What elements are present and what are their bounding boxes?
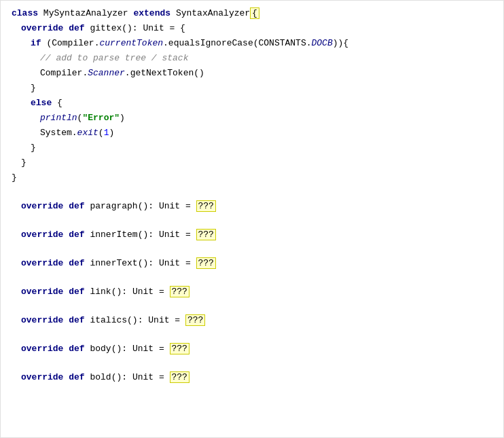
code-editor: class MySyntazAnalyzer extends SyntaxAna… (0, 0, 504, 438)
code-line-body: override def body(): Unit = ??? (1, 342, 503, 357)
code-line-12: } (1, 170, 503, 185)
keyword-override-2: override (21, 201, 63, 211)
keyword-def-8: def (69, 372, 84, 382)
line-text-bold: override def bold(): Unit = ??? (5, 371, 503, 384)
keyword-override-7: override (21, 344, 63, 354)
line-text-2: override def gittex(): Unit = { (5, 22, 503, 35)
italic-docb: DOCB (312, 38, 333, 48)
code-line-link: override def link(): Unit = ??? (1, 285, 503, 299)
type-unit-4: Unit (159, 258, 180, 268)
line-text-7: else { (5, 96, 503, 110)
code-line-6: } (1, 81, 503, 96)
code-line-empty-6 (1, 328, 503, 342)
type-unit-5: Unit (132, 287, 154, 297)
code-line-8: println("Error") (1, 111, 503, 126)
keyword-override-4: override (21, 258, 63, 268)
code-line-bold: override def bold(): Unit = ??? (1, 370, 503, 385)
method-body: body (90, 344, 111, 354)
line-text-3: if (Compiler.currentToken.equalsIgnoreCa… (5, 37, 503, 50)
italic-println: println (40, 113, 77, 123)
placeholder-link: ??? (170, 286, 190, 297)
keyword-override-5: override (21, 287, 63, 297)
code-line-italics: override def italics(): Unit = ??? (1, 313, 503, 328)
keyword-def-1: def (69, 23, 84, 33)
line-text-inneritem: override def innerItem(): Unit = ??? (5, 228, 503, 242)
code-line-empty-4 (1, 271, 503, 285)
keyword-def-2: def (69, 201, 84, 211)
italic-exit: exit (77, 128, 98, 138)
method-link: link (90, 287, 111, 297)
line-text-paragraph: override def paragraph(): Unit = ??? (5, 200, 503, 213)
placeholder-bold: ??? (170, 371, 190, 383)
line-text-link: override def link(): Unit = ??? (5, 285, 503, 299)
code-line-empty-1 (1, 185, 503, 199)
placeholder-body: ??? (170, 343, 190, 354)
keyword-def-7: def (69, 344, 84, 354)
keyword-class: class (12, 8, 38, 18)
line-text-6: } (5, 81, 503, 95)
keyword-override-3: override (21, 230, 63, 240)
code-line-innertext: override def innerText(): Unit = ??? (1, 256, 503, 271)
keyword-override-8: override (21, 372, 63, 382)
keyword-def-6: def (69, 315, 84, 325)
line-text-body: override def body(): Unit = ??? (5, 342, 503, 356)
line-empty-content-7 (5, 357, 503, 371)
type-unit-8: Unit (132, 372, 154, 382)
placeholder-italics: ??? (185, 314, 205, 326)
placeholder-inneritem: ??? (196, 229, 216, 240)
keyword-override-1: override (21, 23, 63, 33)
code-line-paragraph: override def paragraph(): Unit = ??? (1, 199, 503, 214)
keyword-def-4: def (69, 258, 84, 268)
code-line-5: Compiler.Scanner.getNextToken() (1, 66, 503, 81)
type-unit-3: Unit (159, 230, 180, 240)
line-text-11: } (5, 156, 503, 170)
keyword-else: else (31, 98, 52, 108)
line-text-italics: override def italics(): Unit = ??? (5, 314, 503, 327)
code-line-11: } (1, 156, 503, 170)
keyword-if: if (31, 38, 41, 48)
line-text-1: class MySyntazAnalyzer extends SyntaxAna… (5, 7, 503, 20)
line-text-innertext: override def innerText(): Unit = ??? (5, 257, 503, 270)
code-line-empty-3 (1, 242, 503, 256)
italic-scanner: Scanner (88, 68, 125, 78)
line-empty-content-4 (5, 272, 503, 285)
line-empty-content-1 (5, 186, 503, 200)
code-line-10: } (1, 141, 503, 156)
method-gittex: gittex (90, 23, 122, 33)
keyword-def-5: def (69, 287, 84, 297)
code-line-2: override def gittex(): Unit = { (1, 21, 503, 36)
type-unit-2: Unit (159, 201, 180, 211)
keyword-def-3: def (69, 230, 84, 240)
type-unit-1: Unit (143, 23, 164, 33)
line-text-12: } (5, 171, 503, 185)
placeholder-paragraph: ??? (196, 200, 216, 212)
line-text-10: } (5, 141, 503, 155)
code-line-empty-7 (1, 357, 503, 370)
code-line-3: if (Compiler.currentToken.equalsIgnoreCa… (1, 36, 503, 51)
line-empty-content-3 (5, 243, 503, 257)
line-text-4: // add to parse tree / stack (5, 52, 503, 65)
line-text-5: Compiler.Scanner.getNextToken() (5, 67, 503, 80)
method-paragraph: paragraph (90, 201, 137, 211)
comment-add-parse-tree: // add to parse tree / stack (40, 53, 188, 63)
method-italics: italics (90, 315, 127, 325)
method-bold: bold (90, 372, 111, 382)
classname-mysyntazanalyzer: MySyntazAnalyzer (43, 8, 128, 18)
placeholder-innertext: ??? (196, 257, 216, 269)
line-empty-content-6 (5, 329, 503, 342)
method-innertext: innerText (90, 258, 137, 268)
line-empty-content-5 (5, 300, 503, 314)
string-error: "Error" (82, 113, 120, 123)
code-line-empty-2 (1, 214, 503, 227)
line-text-9: System.exit(1) (5, 126, 503, 140)
line-empty-content-2 (5, 215, 503, 228)
code-line-1: class MySyntazAnalyzer extends SyntaxAna… (1, 6, 503, 21)
keyword-extends: extends (133, 8, 170, 18)
code-line-inneritem: override def innerItem(): Unit = ??? (1, 227, 503, 242)
code-line-9: System.exit(1) (1, 126, 503, 141)
code-line-7: else { (1, 96, 503, 111)
code-line-empty-5 (1, 299, 503, 313)
type-unit-6: Unit (148, 315, 169, 325)
code-line-4: // add to parse tree / stack (1, 51, 503, 66)
highlighted-brace-open: { (250, 7, 259, 19)
